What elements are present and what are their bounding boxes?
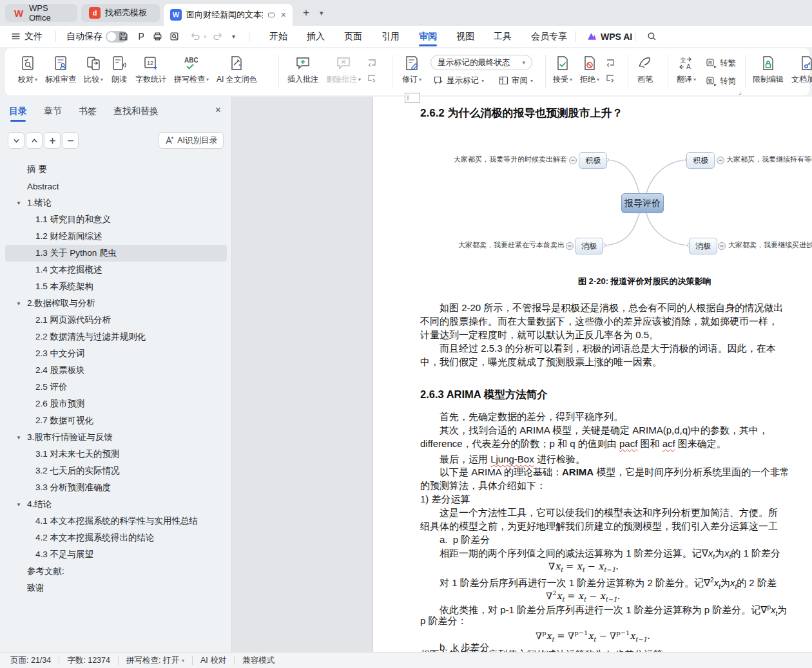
previous-comment-button[interactable]: [365, 56, 379, 69]
delete-comment-button[interactable]: 删除批注▾: [322, 51, 365, 88]
toc-next-button[interactable]: [8, 132, 24, 149]
redo-button[interactable]: [213, 26, 224, 47]
next-comment-button[interactable]: [365, 72, 379, 84]
tab-document[interactable]: W 面向财经新闻的文本挖掘系统 ×: [164, 4, 293, 26]
toc-expand-arrow-icon[interactable]: ▼: [16, 435, 21, 441]
quickbar-chevron-icon[interactable]: ▾: [232, 26, 235, 47]
mindmap-node-positive-left[interactable]: 积极: [579, 152, 607, 169]
track-changes-button[interactable]: 修订▾: [398, 51, 425, 88]
toc-item[interactable]: 摘 要: [5, 161, 227, 178]
brush-button[interactable]: 画笔: [633, 51, 657, 88]
window-icon[interactable]: [267, 10, 275, 21]
print-button[interactable]: [152, 26, 163, 47]
ai-proofread-indicator[interactable]: AI 校对: [193, 655, 234, 666]
toc-item[interactable]: 2.3 中文分词: [5, 345, 227, 362]
toc-item[interactable]: ▼3.股市行情验证与反馈: [5, 429, 227, 446]
sidebar-tab-find-replace[interactable]: 查找和替换: [113, 106, 159, 122]
toc-item[interactable]: ▼1.绪论: [5, 195, 227, 211]
mindmap-center-node[interactable]: 报导评价: [621, 193, 664, 213]
sidebar-tab-chapters[interactable]: 章节: [44, 106, 62, 122]
tab-list-chevron-icon[interactable]: ▾: [320, 0, 324, 26]
toc-item[interactable]: ▼4.结论: [5, 496, 227, 513]
mindmap-node-negative-right[interactable]: 消极: [689, 238, 717, 254]
toc-item[interactable]: 2.5 评价: [5, 379, 227, 396]
toc-expand-all-button[interactable]: [44, 132, 61, 149]
toc-item[interactable]: 1.1 研究目的和意义: [5, 211, 227, 228]
tab-member[interactable]: 会员专享: [521, 26, 577, 47]
tab-wps-home[interactable]: W WPS Office: [5, 4, 77, 22]
toc-item[interactable]: 1.4 文本挖掘概述: [5, 262, 227, 278]
tab-page[interactable]: 页面: [334, 26, 372, 47]
export-pdf-button[interactable]: [135, 26, 146, 47]
toc-item[interactable]: 1.2 财经新闻综述: [5, 228, 227, 245]
tab-review[interactable]: 审阅: [409, 26, 447, 47]
close-tab-icon[interactable]: ×: [281, 10, 286, 20]
toc-item[interactable]: 2.2 数据清洗与过滤并规则化: [5, 329, 227, 345]
mindmap-node-negative-left[interactable]: 消极: [575, 238, 603, 254]
toc-item[interactable]: 3.2 七天后的实际情况: [5, 463, 227, 479]
tab-view[interactable]: 视图: [447, 26, 484, 47]
toc-item[interactable]: ▼2.数据榨取与分析: [5, 295, 227, 312]
toc-item[interactable]: 4.1 本文本挖掘系统的科学性与实用性总结: [5, 513, 227, 530]
toc-item[interactable]: 4.3 不足与展望: [5, 546, 227, 563]
tab-reference[interactable]: 引用: [372, 26, 409, 47]
standard-review-button[interactable]: 标准审查: [41, 51, 80, 88]
mindmap-node-positive-right[interactable]: 积极: [686, 152, 715, 169]
print-preview-button[interactable]: [169, 26, 180, 47]
toc-item[interactable]: 3.3 分析预测准确度: [5, 479, 227, 496]
wps-ai-button[interactable]: WPS AI: [586, 26, 632, 47]
tab-docer[interactable]: d 找稻壳模板: [81, 4, 160, 22]
toc-item[interactable]: 2.1 网页源代码分析: [5, 312, 227, 329]
encrypt-button[interactable]: 文档加密: [788, 51, 812, 88]
to-simplified-button[interactable]: 繁 转简: [704, 75, 739, 88]
restrict-edit-button[interactable]: 限制编辑: [749, 51, 788, 88]
spell-check-button[interactable]: ABC 拼写检查▾: [170, 51, 213, 88]
toc-item[interactable]: 4.2 本文本挖掘系统得出的结论: [5, 530, 227, 546]
document-page[interactable]: 2.6.2 为什么消极的报导也预测股市上升？ 报导评价 积极: [372, 97, 812, 652]
markup-state-combobox[interactable]: 显示标记的最终状态 ▾: [430, 55, 532, 70]
to-traditional-button[interactable]: 简 转繁: [704, 57, 739, 70]
proofread-button[interactable]: 校对▾: [14, 51, 41, 88]
previous-change-button[interactable]: [603, 56, 617, 69]
read-aloud-button[interactable]: 朗读: [107, 51, 131, 88]
tab-insert[interactable]: 插入: [297, 26, 334, 47]
new-tab-icon[interactable]: +: [303, 0, 309, 26]
file-menu[interactable]: 文件: [10, 26, 43, 47]
insert-comment-button[interactable]: 插入批注: [284, 51, 322, 88]
accept-button[interactable]: 接受▾: [549, 51, 576, 88]
toc-collapse-all-button[interactable]: [62, 132, 79, 149]
translate-button[interactable]: 文 A 翻译▾: [673, 51, 700, 88]
toc-item[interactable]: 3.1 对未来七天的预测: [5, 446, 227, 463]
tab-start[interactable]: 开始: [260, 26, 297, 47]
toc-previous-button[interactable]: [26, 132, 43, 149]
ai-polish-button[interactable]: AI 全文润色: [213, 51, 261, 88]
toc-item[interactable]: 2.4 股票板块: [5, 362, 227, 379]
show-markup-button[interactable]: 显示标记▾: [430, 74, 487, 88]
toc-item[interactable]: 参考文献:: [5, 563, 227, 580]
group-expand-icon[interactable]: ⌟: [739, 88, 742, 95]
word-count-indicator[interactable]: 字数: 12374: [59, 655, 118, 666]
undo-button[interactable]: ▾: [189, 26, 207, 47]
reject-button[interactable]: 拒绝▾: [576, 51, 603, 88]
next-change-button[interactable]: [603, 72, 617, 84]
toc-item[interactable]: 2.7 数据可视化: [5, 412, 227, 429]
word-count-button[interactable]: 12 字数统计: [131, 51, 170, 88]
save-button[interactable]: [118, 26, 129, 47]
toc-expand-arrow-icon[interactable]: ▼: [16, 502, 21, 508]
ai-recognize-toc-button[interactable]: AI识别目录: [159, 132, 224, 149]
toc-item[interactable]: Abstract: [5, 178, 227, 195]
compat-mode-indicator[interactable]: 兼容模式: [235, 655, 282, 666]
sidebar-tab-toc[interactable]: 目录: [9, 106, 27, 122]
sidebar-close-icon[interactable]: ×: [215, 104, 221, 116]
review-pane-button[interactable]: 审阅▾: [496, 74, 536, 88]
toc-item[interactable]: 2.6 股市预测: [5, 396, 227, 412]
toc-item[interactable]: 1.3 关于 Python 爬虫: [5, 245, 227, 262]
compare-button[interactable]: 比较▾: [80, 51, 107, 88]
tab-tools[interactable]: 工具: [484, 26, 521, 47]
document-canvas[interactable]: 2.6.2 为什么消极的报导也预测股市上升？ 报导评价 积极: [233, 97, 812, 652]
page-indicator[interactable]: 页面: 21/34: [10, 655, 59, 666]
spellcheck-indicator[interactable]: 拼写检查: 打开 ▾: [119, 655, 192, 666]
sidebar-tab-bookmarks[interactable]: 书签: [79, 106, 97, 122]
search-button[interactable]: [646, 26, 657, 47]
toc-item[interactable]: 致谢: [5, 580, 227, 596]
